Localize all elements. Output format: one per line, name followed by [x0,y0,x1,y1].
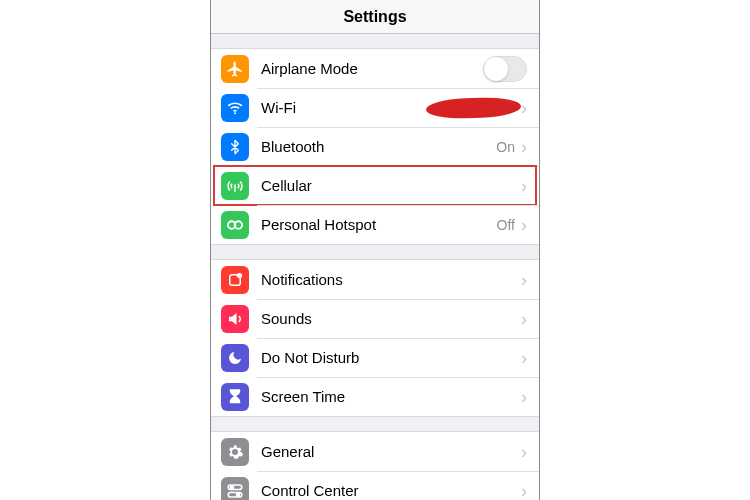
row-detail: Off [497,217,515,233]
row-personal-hotspot[interactable]: Personal Hotspot Off › [211,205,539,244]
gear-icon [221,438,249,466]
row-label: Bluetooth [261,138,496,155]
chevron-right-icon: › [521,216,527,234]
hourglass-icon [221,383,249,411]
row-label: Airplane Mode [261,60,483,77]
svg-point-7 [231,485,234,488]
bluetooth-icon [221,133,249,161]
moon-icon [221,344,249,372]
sounds-icon [221,305,249,333]
chevron-right-icon: › [521,138,527,156]
row-label: Notifications [261,271,521,288]
row-label: Control Center [261,482,521,499]
row-label: Sounds [261,310,521,327]
switches-icon [221,477,249,501]
row-notifications[interactable]: Notifications › [211,260,539,299]
row-general[interactable]: General › [211,432,539,471]
row-do-not-disturb[interactable]: Do Not Disturb › [211,338,539,377]
svg-rect-1 [234,184,236,192]
row-detail: On [496,139,515,155]
chevron-right-icon: › [521,388,527,406]
row-label: General [261,443,521,460]
notifications-icon [221,266,249,294]
row-label: Screen Time [261,388,521,405]
chevron-right-icon: › [521,271,527,289]
settings-screen: Settings Airplane Mode Wi-Fi › [210,0,540,500]
row-label: Do Not Disturb [261,349,521,366]
chevron-right-icon: › [521,443,527,461]
row-sounds[interactable]: Sounds › [211,299,539,338]
svg-point-5 [237,272,242,277]
settings-group-alerts: Notifications › Sounds › Do Not Disturb … [211,259,539,417]
svg-point-0 [234,112,236,114]
chevron-right-icon: › [521,482,527,500]
airplane-icon [221,55,249,83]
airplane-toggle[interactable] [483,56,527,82]
row-airplane-mode[interactable]: Airplane Mode [211,49,539,88]
chevron-right-icon: › [521,99,527,117]
svg-point-9 [237,493,240,496]
chevron-right-icon: › [521,177,527,195]
settings-group-connectivity: Airplane Mode Wi-Fi › Bluetooth On › [211,48,539,245]
cellular-icon [221,172,249,200]
row-bluetooth[interactable]: Bluetooth On › [211,127,539,166]
chevron-right-icon: › [521,349,527,367]
chevron-right-icon: › [521,310,527,328]
row-cellular[interactable]: Cellular › [211,166,539,205]
hotspot-icon [221,211,249,239]
row-control-center[interactable]: Control Center › [211,471,539,500]
wifi-icon [221,94,249,122]
navbar: Settings [211,0,539,34]
page-title: Settings [343,8,406,26]
row-wifi[interactable]: Wi-Fi › [211,88,539,127]
row-label: Personal Hotspot [261,216,497,233]
row-screen-time[interactable]: Screen Time › [211,377,539,416]
row-label: Cellular [261,177,521,194]
settings-group-general: General › Control Center › AA Display & … [211,431,539,500]
toggle-knob [484,57,508,81]
